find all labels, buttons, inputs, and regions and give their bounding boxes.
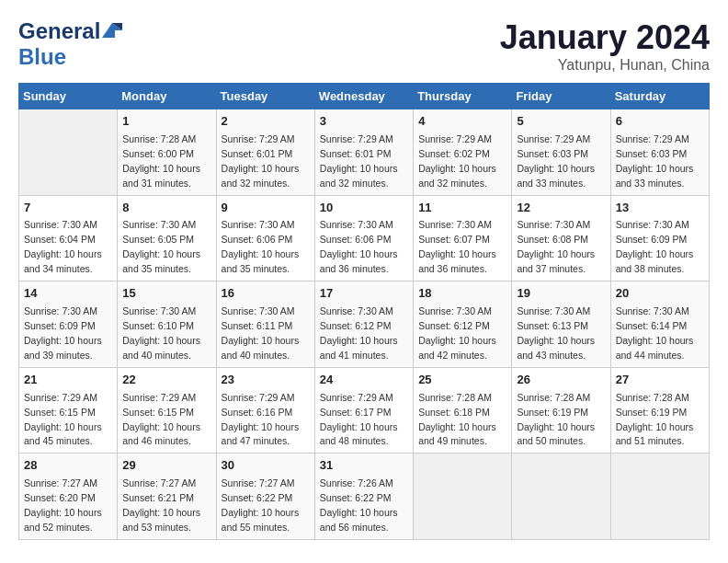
day-number: 23: [222, 372, 310, 389]
calendar-cell: 16Sunrise: 7:30 AM Sunset: 6:11 PM Dayli…: [216, 282, 314, 368]
day-number: 11: [418, 200, 506, 217]
calendar-week-5: 28Sunrise: 7:27 AM Sunset: 6:20 PM Dayli…: [19, 454, 710, 540]
calendar-cell: 28Sunrise: 7:27 AM Sunset: 6:20 PM Dayli…: [19, 454, 118, 540]
logo: General Blue: [18, 18, 122, 70]
calendar-cell: 1Sunrise: 7:28 AM Sunset: 6:00 PM Daylig…: [118, 109, 216, 196]
day-number: 13: [616, 200, 704, 217]
day-info: Sunrise: 7:29 AM Sunset: 6:15 PM Dayligh…: [122, 392, 200, 447]
day-number: 18: [418, 285, 506, 303]
day-number: 24: [320, 372, 408, 389]
day-info: Sunrise: 7:30 AM Sunset: 6:06 PM Dayligh…: [222, 219, 300, 274]
calendar-cell: 13Sunrise: 7:30 AM Sunset: 6:09 PM Dayli…: [610, 195, 709, 282]
day-info: Sunrise: 7:30 AM Sunset: 6:04 PM Dayligh…: [24, 219, 102, 274]
day-info: Sunrise: 7:30 AM Sunset: 6:13 PM Dayligh…: [517, 305, 595, 361]
logo-general: General: [18, 18, 100, 44]
day-number: 4: [418, 113, 506, 131]
day-info: Sunrise: 7:29 AM Sunset: 6:03 PM Dayligh…: [616, 133, 694, 189]
calendar-cell: 17Sunrise: 7:30 AM Sunset: 6:12 PM Dayli…: [314, 282, 413, 368]
calendar-cell: 14Sunrise: 7:30 AM Sunset: 6:09 PM Dayli…: [19, 282, 118, 368]
day-number: 16: [222, 285, 310, 303]
calendar-cell: 22Sunrise: 7:29 AM Sunset: 6:15 PM Dayli…: [118, 367, 216, 454]
day-info: Sunrise: 7:30 AM Sunset: 6:08 PM Dayligh…: [517, 219, 595, 274]
calendar-cell: 27Sunrise: 7:28 AM Sunset: 6:19 PM Dayli…: [610, 367, 709, 454]
day-info: Sunrise: 7:29 AM Sunset: 6:01 PM Dayligh…: [222, 133, 300, 189]
day-info: Sunrise: 7:29 AM Sunset: 6:16 PM Dayligh…: [222, 392, 300, 447]
calendar-subtitle: Yatunpu, Hunan, China: [500, 57, 710, 74]
weekday-monday: Monday: [118, 84, 216, 109]
calendar-cell: 30Sunrise: 7:27 AM Sunset: 6:22 PM Dayli…: [216, 454, 314, 540]
calendar-cell: 15Sunrise: 7:30 AM Sunset: 6:10 PM Dayli…: [118, 282, 216, 368]
day-number: 28: [24, 457, 112, 475]
day-number: 10: [320, 200, 408, 217]
calendar-cell: [512, 454, 610, 540]
day-number: 14: [24, 285, 112, 303]
day-info: Sunrise: 7:28 AM Sunset: 6:19 PM Dayligh…: [616, 392, 694, 447]
day-number: 20: [616, 285, 704, 303]
calendar-cell: 11Sunrise: 7:30 AM Sunset: 6:07 PM Dayli…: [414, 195, 512, 282]
calendar-cell: 6Sunrise: 7:29 AM Sunset: 6:03 PM Daylig…: [610, 109, 709, 196]
day-number: 25: [418, 372, 506, 389]
day-number: 2: [222, 113, 310, 131]
calendar-table: SundayMondayTuesdayWednesdayThursdayFrid…: [18, 83, 710, 540]
day-number: 12: [517, 200, 605, 217]
calendar-cell: [610, 454, 709, 540]
day-number: 8: [122, 200, 210, 217]
weekday-tuesday: Tuesday: [216, 84, 314, 109]
logo-icon: [102, 23, 122, 38]
calendar-week-4: 21Sunrise: 7:29 AM Sunset: 6:15 PM Dayli…: [19, 367, 710, 454]
calendar-cell: 7Sunrise: 7:30 AM Sunset: 6:04 PM Daylig…: [19, 195, 118, 282]
day-info: Sunrise: 7:29 AM Sunset: 6:17 PM Dayligh…: [320, 392, 398, 447]
day-info: Sunrise: 7:27 AM Sunset: 6:21 PM Dayligh…: [122, 477, 200, 533]
weekday-thursday: Thursday: [414, 84, 512, 109]
day-info: Sunrise: 7:28 AM Sunset: 6:19 PM Dayligh…: [517, 392, 595, 447]
day-info: Sunrise: 7:29 AM Sunset: 6:03 PM Dayligh…: [517, 133, 595, 189]
day-info: Sunrise: 7:30 AM Sunset: 6:10 PM Dayligh…: [122, 305, 200, 361]
day-number: 22: [122, 372, 210, 389]
weekday-sunday: Sunday: [19, 84, 118, 109]
calendar-cell: 10Sunrise: 7:30 AM Sunset: 6:06 PM Dayli…: [314, 195, 413, 282]
calendar-cell: 8Sunrise: 7:30 AM Sunset: 6:05 PM Daylig…: [118, 195, 216, 282]
calendar-cell: 9Sunrise: 7:30 AM Sunset: 6:06 PM Daylig…: [216, 195, 314, 282]
day-number: 3: [320, 113, 408, 131]
day-info: Sunrise: 7:30 AM Sunset: 6:05 PM Dayligh…: [122, 219, 200, 274]
calendar-cell: 29Sunrise: 7:27 AM Sunset: 6:21 PM Dayli…: [118, 454, 216, 540]
day-number: 5: [517, 113, 605, 131]
calendar-cell: 31Sunrise: 7:26 AM Sunset: 6:22 PM Dayli…: [314, 454, 413, 540]
calendar-cell: 4Sunrise: 7:29 AM Sunset: 6:02 PM Daylig…: [414, 109, 512, 196]
day-number: 19: [517, 285, 605, 303]
page-header: General Blue January 2024 Yatunpu, Hunan…: [18, 18, 710, 74]
calendar-cell: 24Sunrise: 7:29 AM Sunset: 6:17 PM Dayli…: [314, 367, 413, 454]
calendar-cell: [19, 109, 118, 196]
day-info: Sunrise: 7:30 AM Sunset: 6:07 PM Dayligh…: [418, 219, 496, 274]
calendar-cell: 18Sunrise: 7:30 AM Sunset: 6:12 PM Dayli…: [414, 282, 512, 368]
calendar-week-1: 1Sunrise: 7:28 AM Sunset: 6:00 PM Daylig…: [19, 109, 710, 196]
day-number: 9: [222, 200, 310, 217]
calendar-cell: 19Sunrise: 7:30 AM Sunset: 6:13 PM Dayli…: [512, 282, 610, 368]
day-number: 26: [517, 372, 605, 389]
day-info: Sunrise: 7:27 AM Sunset: 6:22 PM Dayligh…: [222, 477, 300, 533]
day-info: Sunrise: 7:30 AM Sunset: 6:09 PM Dayligh…: [24, 305, 102, 361]
day-number: 30: [222, 457, 310, 475]
calendar-cell: 12Sunrise: 7:30 AM Sunset: 6:08 PM Dayli…: [512, 195, 610, 282]
calendar-cell: 3Sunrise: 7:29 AM Sunset: 6:01 PM Daylig…: [314, 109, 413, 196]
day-info: Sunrise: 7:29 AM Sunset: 6:15 PM Dayligh…: [24, 392, 102, 447]
day-info: Sunrise: 7:30 AM Sunset: 6:06 PM Dayligh…: [320, 219, 398, 274]
day-info: Sunrise: 7:28 AM Sunset: 6:18 PM Dayligh…: [418, 392, 496, 447]
calendar-cell: 25Sunrise: 7:28 AM Sunset: 6:18 PM Dayli…: [414, 367, 512, 454]
calendar-title: January 2024: [500, 18, 710, 57]
weekday-saturday: Saturday: [610, 84, 709, 109]
weekday-friday: Friday: [512, 84, 610, 109]
day-info: Sunrise: 7:30 AM Sunset: 6:14 PM Dayligh…: [616, 305, 694, 361]
calendar-week-3: 14Sunrise: 7:30 AM Sunset: 6:09 PM Dayli…: [19, 282, 710, 368]
calendar-cell: 23Sunrise: 7:29 AM Sunset: 6:16 PM Dayli…: [216, 367, 314, 454]
day-number: 29: [122, 457, 210, 475]
calendar-week-2: 7Sunrise: 7:30 AM Sunset: 6:04 PM Daylig…: [19, 195, 710, 282]
day-info: Sunrise: 7:28 AM Sunset: 6:00 PM Dayligh…: [122, 133, 200, 189]
day-info: Sunrise: 7:30 AM Sunset: 6:09 PM Dayligh…: [616, 219, 694, 274]
day-info: Sunrise: 7:26 AM Sunset: 6:22 PM Dayligh…: [320, 477, 398, 533]
day-info: Sunrise: 7:30 AM Sunset: 6:12 PM Dayligh…: [418, 305, 496, 361]
calendar-cell: 26Sunrise: 7:28 AM Sunset: 6:19 PM Dayli…: [512, 367, 610, 454]
calendar-cell: 5Sunrise: 7:29 AM Sunset: 6:03 PM Daylig…: [512, 109, 610, 196]
calendar-cell: 20Sunrise: 7:30 AM Sunset: 6:14 PM Dayli…: [610, 282, 709, 368]
calendar-cell: [414, 454, 512, 540]
